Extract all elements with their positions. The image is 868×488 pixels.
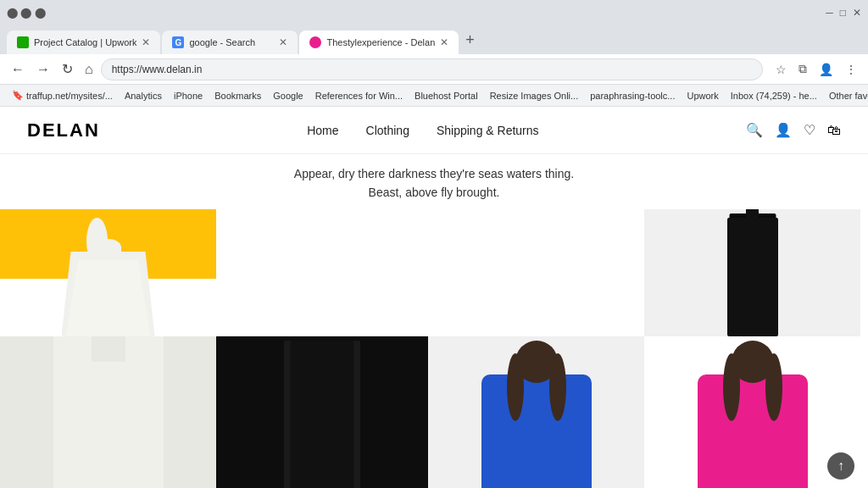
tab-delan[interactable]: Thestylexperience - Delan ✕ [299,30,459,54]
tab-label-google: google - Search [189,37,274,47]
title-bar: ⬤ ⬤ ⬤ ─ □ ✕ [0,0,868,25]
site-logo: DELAN [27,119,100,141]
bookmark-analytics[interactable]: Analytics [120,89,167,103]
bookmark-label: References for Win... [315,91,403,101]
bookmark-inbox[interactable]: Inbox (74,259) - he... [726,89,822,103]
tab-label-upwork: Project Catalog | Upwork [34,37,136,47]
star-icon[interactable]: ☆ [771,60,791,79]
wishlist-icon[interactable]: ♡ [804,122,815,138]
cell-top-left[interactable] [0,209,216,336]
bookmark-label: iPhone [174,91,203,101]
cell-top-center [216,209,644,336]
bookmark-iphone[interactable]: iPhone [169,89,208,103]
bookmark-references[interactable]: References for Win... [310,89,408,103]
back-button[interactable]: ← [7,58,29,80]
cart-icon[interactable]: 🛍 [827,123,841,138]
cell-top-right[interactable] [644,209,860,336]
product-image-dark-trouser [216,336,428,488]
bookmark-resize[interactable]: Resize Images Onli... [485,89,584,103]
bookmark-traffup[interactable]: 🔖 traffup.net/mysites/... [7,88,118,103]
nav-clothing[interactable]: Clothing [366,124,409,137]
hero-line-1: Appear, dry there darkness they're seas … [0,164,868,183]
tab-close-google[interactable]: ✕ [279,36,287,48]
product-grid: Bootcut High Waist Wide Leg Trouser ₹1,9… [0,209,868,488]
home-button[interactable]: ⌂ [81,58,97,80]
tab-close-delan[interactable]: ✕ [440,36,448,48]
hero-text: Appear, dry there darkness they're seas … [0,154,868,209]
site-header: DELAN Home Clothing Shipping & Returns 🔍… [0,107,868,154]
reload-button[interactable]: ↻ [58,58,77,80]
tab-favicon-google: G [172,36,184,48]
bookmark-google[interactable]: Google [268,89,308,103]
bookmark-bluehost[interactable]: Bluehost Portal [409,89,483,103]
tab-bar: Project Catalog | Upwork ✕ G google - Se… [0,25,868,54]
hero-line-2: Beast, above fly brought. [0,183,868,202]
bookmark-upwork[interactable]: Upwork [682,89,723,103]
tab-favicon-delan [309,36,321,48]
new-tab-button[interactable]: + [460,31,480,49]
forward-button[interactable]: → [32,58,54,80]
extensions-icon[interactable]: ⧉ [794,59,811,79]
nav-shipping[interactable]: Shipping & Returns [437,124,539,137]
tab-upwork[interactable]: Project Catalog | Upwork ✕ [7,30,160,54]
search-icon[interactable]: 🔍 [746,122,763,138]
menu-icon[interactable]: ⋮ [841,60,861,79]
bookmark-label: Google [273,91,303,101]
bookmark-other[interactable]: Other favorites [824,89,868,103]
address-text: https://www.delan.in [112,64,203,75]
cell-bottom-center-product[interactable]: Bootcut High Waist Wide Leg Trouser ₹1,9… [216,336,428,488]
profile-icon[interactable]: 👤 [815,60,837,79]
bookmark-label: traffup.net/mysites/... [26,91,113,101]
address-bar[interactable]: https://www.delan.in [101,58,763,80]
tab-favicon-upwork [17,36,29,48]
window-controls[interactable]: ─ □ ✕ [826,7,861,19]
site-header-icons: 🔍 👤 ♡ 🛍 [746,122,841,138]
bookmark-label: Upwork [687,91,718,101]
bookmark-label: Bluehost Portal [415,91,478,101]
title-bar-left: ⬤ ⬤ ⬤ [7,7,46,19]
tab-close-upwork[interactable]: ✕ [142,36,150,48]
product-image-blue-shirt [428,336,644,488]
bookmark-label: paraphrasing-toolc... [590,91,675,101]
account-icon[interactable]: 👤 [775,122,792,138]
scroll-top-button[interactable]: ↑ [827,452,854,480]
product-image-white-pants [0,336,216,488]
bookmark-label: Inbox (74,259) - he... [731,91,817,101]
product-image-skirt [0,209,216,336]
bookmark-label: Other favorites [829,91,868,101]
cell-bottom-left[interactable] [0,336,216,488]
bookmark-paraphrase[interactable]: paraphrasing-toolc... [585,89,680,103]
cell-bottom-center-right[interactable] [428,336,644,488]
bookmark-label: Resize Images Onli... [490,91,579,101]
bookmarks-bar: 🔖 traffup.net/mysites/... Analytics iPho… [0,85,868,107]
bookmark-label: Bookmarks [214,91,261,101]
site-nav: Home Clothing Shipping & Returns [307,124,538,137]
tab-label-delan: Thestylexperience - Delan [326,37,435,47]
nav-home[interactable]: Home [307,124,338,137]
tab-google[interactable]: G google - Search ✕ [162,30,298,54]
product-image-black-pants-top [644,209,860,336]
bookmark-icon: 🔖 [12,90,24,101]
page-content: DELAN Home Clothing Shipping & Returns 🔍… [0,107,868,488]
bookmark-label: Analytics [125,91,162,101]
nav-bar: ← → ↻ ⌂ https://www.delan.in ☆ ⧉ 👤 ⋮ [0,54,868,85]
bookmark-bookmarks[interactable]: Bookmarks [209,89,266,103]
nav-icons: ☆ ⧉ 👤 ⋮ [771,59,861,79]
